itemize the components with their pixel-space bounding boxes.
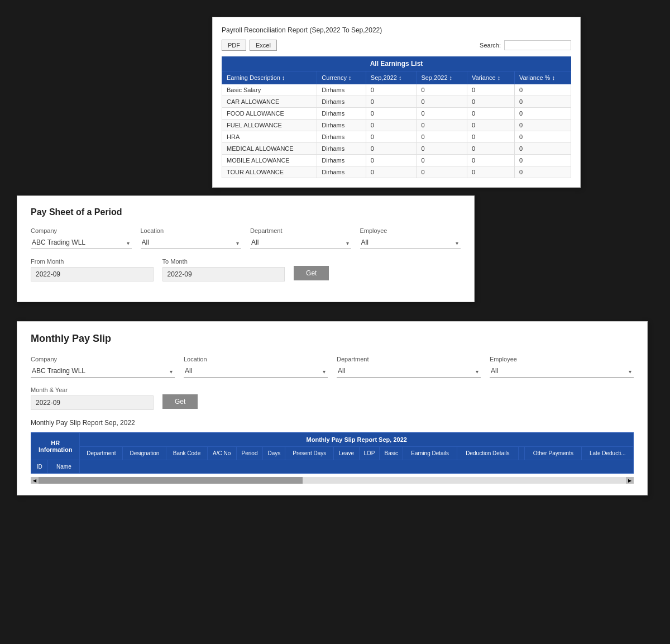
location-select-wrapper: All <box>141 236 242 249</box>
table-row: FUEL ALLOWANCEDirhams0000 <box>222 120 571 131</box>
company-group: Company ABC Trading WLL <box>31 227 132 249</box>
month-year-label: Month & Year <box>31 387 154 393</box>
slip-company-wrapper: ABC Trading WLL <box>31 365 175 378</box>
table-row: TOUR ALLOWANCEDirhams0000 <box>222 166 571 178</box>
button-row: PDF Excel Search: <box>222 40 571 51</box>
table-section-header: All Earnings List <box>222 56 571 71</box>
col-department: Department <box>80 447 123 460</box>
scroll-right-arrow[interactable]: ▶ <box>626 477 634 484</box>
department-label: Department <box>250 227 351 234</box>
col-deduction-details: Deduction Details <box>457 447 518 460</box>
slip-employee-group: Employee All <box>490 356 634 378</box>
to-month-group: To Month 2022-09 <box>162 258 285 282</box>
scrollbar-track[interactable] <box>39 477 626 484</box>
payroll-reconciliation-panel: Payroll Reconciliation Report (Sep,2022 … <box>212 17 581 188</box>
report-title: Payroll Reconciliation Report (Sep,2022 … <box>222 26 571 34</box>
col-days: Days <box>263 447 285 460</box>
slip-get-button-container: Get <box>162 394 198 410</box>
monthly-pay-slip-panel: Monthly Pay Slip Company ABC Trading WLL… <box>17 321 648 495</box>
company-label: Company <box>31 227 132 234</box>
col-spacer <box>80 460 634 474</box>
slip-department-label: Department <box>337 356 481 362</box>
col-late-deduction: Late Deducti... <box>582 447 634 460</box>
from-month-label: From Month <box>31 258 154 265</box>
col-present-days: Present Days <box>285 447 334 460</box>
col-id: ID <box>31 460 48 474</box>
company-select[interactable]: ABC Trading WLL <box>31 236 132 249</box>
search-label: Search: <box>480 42 501 49</box>
to-month-input[interactable]: 2022-09 <box>162 267 285 282</box>
pay-sheet-panel: Pay Sheet of a Period Company ABC Tradin… <box>17 195 475 302</box>
excel-button[interactable]: Excel <box>250 40 277 51</box>
slip-location-group: Location All <box>184 356 328 378</box>
hr-info-header: HRInformation <box>31 433 80 460</box>
sub-report-title: Monthly Pay Slip Report Sep, 2022 <box>31 419 634 427</box>
filter-row-1: Company ABC Trading WLL Location All Dep… <box>31 227 461 249</box>
employee-select-wrapper: All <box>360 236 461 249</box>
slip-department-group: Department All <box>337 356 481 378</box>
location-group: Location All <box>141 227 242 249</box>
slip-filter-row-2: Month & Year 2022-09 Get <box>31 387 634 410</box>
from-month-input[interactable]: 2022-09 <box>31 267 154 282</box>
slip-get-button[interactable]: Get <box>162 394 198 409</box>
table-header-row: Earning Description ↕ Currency ↕ Sep,202… <box>222 71 571 84</box>
pay-sheet-title: Pay Sheet of a Period <box>31 207 461 217</box>
col-blank <box>518 447 524 460</box>
get-button[interactable]: Get <box>294 266 329 280</box>
employee-group: Employee All <box>360 227 461 249</box>
scroll-left-arrow[interactable]: ◀ <box>31 477 39 484</box>
slip-id-name-row: ID Name <box>31 460 634 474</box>
col-period: Period <box>236 447 263 460</box>
slip-employee-select[interactable]: All <box>490 365 634 378</box>
col-sep2022-2: Sep,2022 ↕ <box>417 71 467 84</box>
col-basic: Basic <box>380 447 403 460</box>
col-ac-no: A/C No <box>207 447 236 460</box>
slip-header-row-1: HRInformation Monthly Pay Slip Report Se… <box>31 433 634 447</box>
slip-header-row-2: Department Designation Bank Code A/C No … <box>31 447 634 460</box>
slip-location-label: Location <box>184 356 328 362</box>
slip-company-label: Company <box>31 356 175 362</box>
location-select[interactable]: All <box>141 236 242 249</box>
slip-employee-wrapper: All <box>490 365 634 378</box>
slip-company-select[interactable]: ABC Trading WLL <box>31 365 175 378</box>
col-designation: Designation <box>123 447 166 460</box>
report-span-header: Monthly Pay Slip Report Sep, 2022 <box>80 433 634 447</box>
employee-select[interactable]: All <box>360 236 461 249</box>
table-row: CAR ALLOWANCEDirhams0000 <box>222 96 571 108</box>
department-select-wrapper: All <box>250 236 351 249</box>
month-year-group: Month & Year 2022-09 <box>31 387 154 410</box>
col-earning-description: Earning Description ↕ <box>222 71 317 84</box>
col-variance-pct: Variance % ↕ <box>514 71 571 84</box>
slip-location-wrapper: All <box>184 365 328 378</box>
slip-company-group: Company ABC Trading WLL <box>31 356 175 378</box>
col-other-payments: Other Payments <box>525 447 582 460</box>
company-select-wrapper: ABC Trading WLL <box>31 236 132 249</box>
col-lop: LOP <box>359 447 380 460</box>
col-currency: Currency ↕ <box>317 71 366 84</box>
get-button-container: Get <box>294 266 329 282</box>
search-row: Search: <box>480 40 571 50</box>
department-select[interactable]: All <box>250 236 351 249</box>
scrollbar-thumb[interactable] <box>39 477 303 484</box>
table-row: MEDICAL ALLOWANCEDirhams0000 <box>222 143 571 155</box>
slip-table-container: HRInformation Monthly Pay Slip Report Se… <box>31 432 634 474</box>
slip-location-select[interactable]: All <box>184 365 328 378</box>
slip-employee-label: Employee <box>490 356 634 362</box>
location-label: Location <box>141 227 242 234</box>
filter-row-2: From Month 2022-09 To Month 2022-09 Get <box>31 258 461 282</box>
month-year-input[interactable]: 2022-09 <box>31 395 154 410</box>
slip-department-select[interactable]: All <box>337 365 481 378</box>
earnings-table: Earning Description ↕ Currency ↕ Sep,202… <box>222 71 571 178</box>
pdf-button[interactable]: PDF <box>222 40 246 51</box>
employee-label: Employee <box>360 227 461 234</box>
col-sep2022-1: Sep,2022 ↕ <box>366 71 417 84</box>
table-row: HRADirhams0000 <box>222 131 571 143</box>
col-bank-code: Bank Code <box>166 447 208 460</box>
slip-department-wrapper: All <box>337 365 481 378</box>
col-leave: Leave <box>334 447 360 460</box>
slip-filter-row-1: Company ABC Trading WLL Location All Dep… <box>31 356 634 378</box>
search-input[interactable] <box>504 40 571 50</box>
department-group: Department All <box>250 227 351 249</box>
col-variance: Variance ↕ <box>467 71 514 84</box>
table-row: Basic SalaryDirhams0000 <box>222 84 571 96</box>
